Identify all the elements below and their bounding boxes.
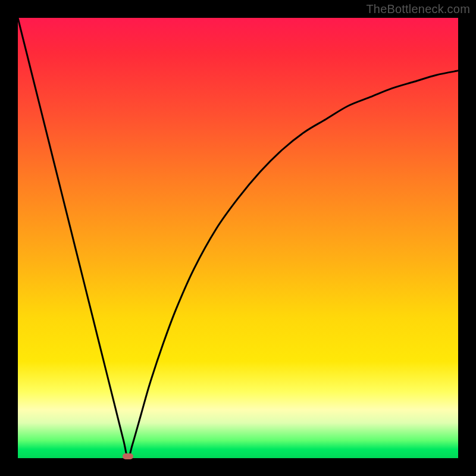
vertex-marker [123, 453, 133, 459]
watermark-text: TheBottleneck.com [366, 2, 470, 16]
chart-stage: TheBottleneck.com [0, 0, 476, 476]
bottleneck-curve [18, 18, 458, 458]
curve-svg [18, 18, 458, 458]
plot-area [18, 18, 458, 458]
